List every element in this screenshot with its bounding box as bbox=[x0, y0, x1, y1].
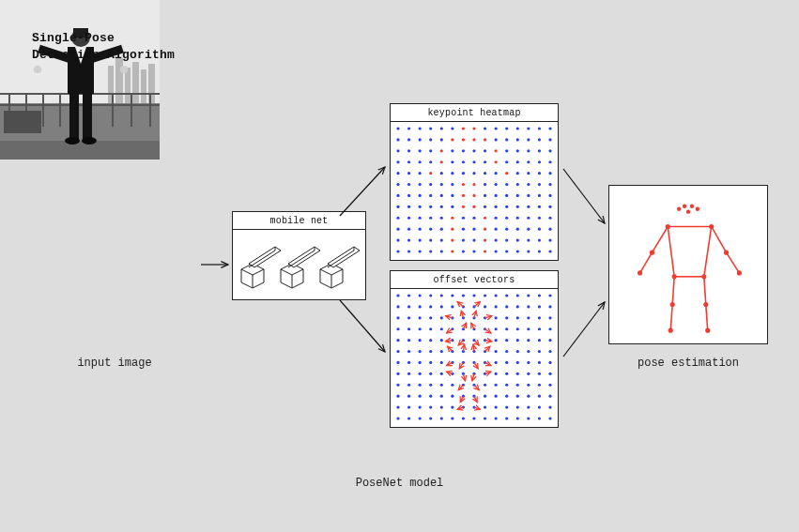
svg-point-125 bbox=[548, 183, 551, 186]
svg-point-377 bbox=[516, 405, 519, 408]
svg-point-169 bbox=[538, 217, 541, 220]
svg-point-87 bbox=[462, 160, 465, 163]
offsets-grid bbox=[391, 289, 558, 425]
svg-point-431 bbox=[677, 207, 681, 211]
svg-point-186 bbox=[396, 238, 399, 241]
svg-point-240 bbox=[495, 305, 498, 308]
svg-point-445 bbox=[666, 224, 670, 229]
svg-point-79 bbox=[538, 149, 541, 152]
svg-line-437 bbox=[727, 252, 740, 273]
svg-point-165 bbox=[495, 217, 498, 220]
svg-point-115 bbox=[440, 183, 443, 186]
svg-point-98 bbox=[419, 172, 422, 175]
svg-point-93 bbox=[527, 160, 530, 163]
svg-point-42 bbox=[462, 127, 465, 129]
svg-point-41 bbox=[451, 127, 453, 129]
svg-point-122 bbox=[516, 183, 519, 186]
svg-point-53 bbox=[419, 138, 422, 141]
svg-point-219 bbox=[429, 294, 432, 296]
svg-line-403 bbox=[463, 323, 466, 328]
svg-point-241 bbox=[505, 305, 508, 308]
svg-point-295 bbox=[440, 350, 443, 353]
svg-line-415 bbox=[474, 362, 478, 368]
svg-point-289 bbox=[538, 339, 541, 342]
svg-point-124 bbox=[538, 183, 541, 186]
svg-point-308 bbox=[419, 361, 422, 364]
svg-point-174 bbox=[429, 228, 432, 231]
svg-point-374 bbox=[484, 405, 486, 408]
svg-point-216 bbox=[396, 294, 399, 296]
svg-point-97 bbox=[407, 172, 410, 175]
svg-point-70 bbox=[440, 149, 443, 152]
svg-point-310 bbox=[440, 361, 443, 364]
svg-point-360 bbox=[495, 395, 498, 398]
svg-point-57 bbox=[462, 138, 465, 141]
svg-point-455 bbox=[668, 328, 673, 333]
svg-point-74 bbox=[484, 149, 486, 152]
svg-point-153 bbox=[527, 205, 530, 208]
svg-point-429 bbox=[683, 205, 686, 208]
svg-point-88 bbox=[472, 160, 475, 163]
svg-point-366 bbox=[396, 405, 399, 408]
svg-point-204 bbox=[429, 250, 432, 252]
svg-point-141 bbox=[396, 205, 399, 208]
svg-point-235 bbox=[440, 305, 443, 308]
svg-point-249 bbox=[429, 316, 432, 319]
svg-point-341 bbox=[451, 384, 453, 387]
svg-point-62 bbox=[516, 138, 519, 141]
svg-rect-2 bbox=[115, 58, 123, 103]
svg-point-293 bbox=[419, 350, 422, 353]
svg-point-307 bbox=[407, 361, 410, 364]
svg-point-356 bbox=[451, 395, 453, 398]
svg-point-236 bbox=[451, 305, 453, 308]
svg-line-413 bbox=[485, 346, 490, 351]
svg-point-211 bbox=[505, 250, 508, 252]
svg-point-347 bbox=[516, 384, 519, 387]
svg-point-126 bbox=[396, 194, 399, 197]
svg-point-189 bbox=[429, 238, 432, 241]
svg-point-116 bbox=[451, 183, 453, 186]
svg-point-55 bbox=[440, 138, 443, 141]
svg-point-75 bbox=[495, 149, 498, 152]
svg-point-77 bbox=[516, 149, 519, 152]
svg-point-363 bbox=[527, 395, 530, 398]
svg-point-387 bbox=[462, 417, 465, 419]
svg-point-137 bbox=[516, 194, 519, 197]
svg-point-244 bbox=[538, 305, 541, 308]
svg-point-369 bbox=[429, 405, 432, 408]
input-image-caption: input image bbox=[35, 357, 194, 370]
svg-point-380 bbox=[548, 405, 551, 408]
svg-point-140 bbox=[548, 194, 551, 197]
svg-point-183 bbox=[527, 228, 530, 231]
svg-point-376 bbox=[505, 405, 508, 408]
svg-point-113 bbox=[419, 183, 422, 186]
svg-line-425 bbox=[474, 396, 477, 402]
svg-point-208 bbox=[472, 250, 475, 252]
svg-point-385 bbox=[440, 417, 443, 419]
svg-point-94 bbox=[538, 160, 541, 163]
svg-point-68 bbox=[419, 149, 422, 152]
svg-point-365 bbox=[548, 395, 551, 398]
svg-line-443 bbox=[704, 277, 706, 305]
svg-point-86 bbox=[451, 160, 453, 163]
svg-point-323 bbox=[419, 372, 422, 375]
svg-point-142 bbox=[407, 205, 410, 208]
input-image bbox=[0, 0, 160, 160]
svg-point-46 bbox=[505, 127, 508, 129]
svg-point-100 bbox=[440, 172, 443, 175]
svg-point-447 bbox=[650, 251, 654, 255]
svg-point-200 bbox=[548, 238, 551, 241]
svg-line-404 bbox=[471, 323, 474, 328]
svg-point-43 bbox=[472, 127, 475, 129]
svg-line-459 bbox=[340, 300, 385, 352]
svg-point-230 bbox=[548, 294, 551, 296]
svg-rect-25 bbox=[69, 94, 79, 139]
svg-point-156 bbox=[396, 217, 399, 220]
svg-point-157 bbox=[407, 217, 410, 220]
svg-point-72 bbox=[462, 149, 465, 152]
svg-point-226 bbox=[505, 294, 508, 296]
svg-point-451 bbox=[672, 274, 677, 279]
svg-point-139 bbox=[538, 194, 541, 197]
mobilenet-body bbox=[233, 230, 365, 297]
svg-point-192 bbox=[462, 238, 465, 241]
